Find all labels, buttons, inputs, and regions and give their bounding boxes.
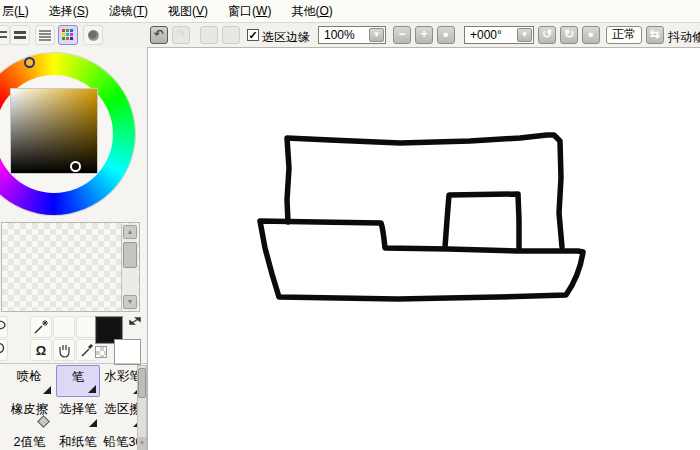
zoom-dropdown-icon[interactable]: ▼ [369, 28, 384, 42]
scrollbar-thumb[interactable] [138, 368, 146, 398]
tool-eraser[interactable]: 橡皮擦 [5, 398, 54, 430]
panel-toggle-sliders-icon[interactable] [0, 25, 10, 45]
empty-tool-slot[interactable] [76, 316, 98, 338]
tool-icon-bar: Ω [0, 313, 147, 363]
zoom-in-button[interactable]: + [415, 26, 433, 44]
rotate-ccw-button[interactable]: ↺ [538, 26, 556, 44]
hue-cursor[interactable] [24, 57, 35, 68]
tool-airbrush[interactable]: 喷枪 [5, 365, 54, 397]
undo-button[interactable]: ↶ [150, 26, 168, 44]
empty-tool-slot[interactable] [53, 316, 75, 338]
boat-hull-stroke [260, 221, 583, 299]
pen-nib-icon [43, 386, 51, 394]
menu-filter[interactable]: 滤镜(T) [103, 3, 162, 20]
scroll-up-icon[interactable]: ▲ [123, 225, 137, 239]
scroll-down-icon[interactable]: ▼ [123, 295, 137, 309]
tool-grid-scrollbar[interactable]: ▼ [137, 365, 147, 450]
selection-apply-button[interactable] [222, 26, 240, 44]
panel-toggle-list-icon[interactable] [35, 25, 55, 45]
canvas-angle-field[interactable]: +000° ▼ [464, 26, 534, 44]
tool-binary-pen[interactable]: 2值笔 [5, 431, 54, 450]
sv-square[interactable] [10, 88, 98, 174]
scratchpad-scrollbar[interactable]: ▲ ▼ [121, 224, 138, 310]
selection-move-button[interactable] [200, 26, 218, 44]
boat-wheelhouse-stroke [445, 194, 519, 248]
background-color-swatch[interactable] [114, 339, 141, 365]
menu-layer[interactable]: 层(L) [0, 3, 43, 20]
tool-paper-pen[interactable]: 和纸笔 [56, 431, 100, 450]
toolbar: ↶ ↷ ✓ 选区边缘 100% ▼ − + ■ +000° ▼ ↺ ↻ ■ 正常… [0, 23, 700, 48]
panel-toggle-scratchpad-icon[interactable] [83, 25, 103, 45]
zoom-out-button[interactable]: − [393, 26, 411, 44]
rotate-cw-button[interactable]: ↻ [560, 26, 578, 44]
tool-pen-selected[interactable]: 笔 [56, 365, 100, 397]
left-panel: ▲ ▼ Ω 喷枪 笔 水 [0, 47, 147, 450]
menu-bar: 层(L) 选择(S) 滤镜(T) 视图(V) 窗口(W) 其他(O) [0, 0, 700, 23]
menu-others[interactable]: 其他(O) [285, 3, 346, 20]
menu-view[interactable]: 视图(V) [162, 3, 222, 20]
zoom-reset-button[interactable]: ■ [437, 26, 455, 44]
eraser-icon [37, 415, 50, 428]
scrollbar-thumb[interactable] [123, 242, 137, 268]
rotate-canvas-tool-icon[interactable]: Ω [30, 339, 52, 361]
canvas-area[interactable] [147, 47, 700, 450]
scratchpad-panel[interactable]: ▲ ▼ [1, 222, 140, 312]
panel-toggle-swatches-icon[interactable] [58, 25, 78, 45]
scroll-down-icon[interactable]: ▼ [138, 437, 146, 450]
boat-drawing [148, 48, 700, 450]
stabilizer-label: 抖动修正 [668, 29, 700, 46]
menu-window[interactable]: 窗口(W) [222, 3, 285, 20]
redo-button[interactable]: ↷ [172, 26, 190, 44]
transparent-color-button[interactable] [95, 346, 107, 358]
panel-toggle-bars-icon[interactable] [10, 25, 30, 45]
pen-nib-icon [89, 419, 97, 427]
zoom-level-field[interactable]: 100% ▼ [318, 26, 386, 44]
blend-mode-button[interactable]: 正常 [606, 26, 642, 44]
tool-selection-pen[interactable]: 选择笔 [56, 398, 100, 430]
angle-dropdown-icon[interactable]: ▼ [517, 28, 532, 42]
swap-colors-icon[interactable] [128, 315, 144, 329]
magnifier-tool-icon[interactable] [0, 339, 8, 361]
hand-tool-icon[interactable] [53, 339, 75, 361]
selection-edge-checkbox[interactable]: ✓ [247, 29, 259, 41]
sv-cursor[interactable] [70, 161, 81, 172]
flip-view-button[interactable]: ⇆ [646, 26, 664, 44]
tool-grid: 喷枪 笔 水彩笔 橡皮擦 选择笔 选区擦 2值笔 和纸笔 铅笔30 ▼ [0, 363, 147, 450]
lasso-tool-icon[interactable] [0, 316, 8, 338]
selection-edge-label: 选区边缘 [262, 29, 310, 46]
angle-reset-button[interactable]: ■ [582, 26, 600, 44]
magic-wand-tool-icon[interactable] [30, 316, 52, 338]
menu-select[interactable]: 选择(S) [43, 3, 103, 20]
pen-nib-icon [88, 385, 96, 393]
